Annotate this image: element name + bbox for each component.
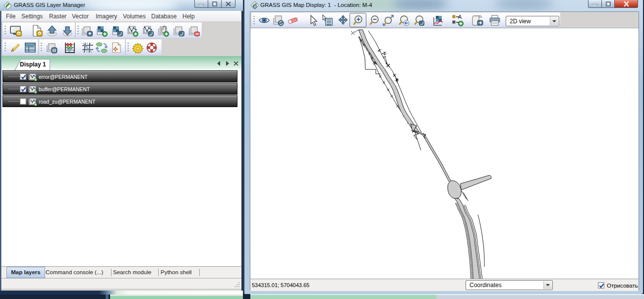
svg-text:A: A — [458, 14, 462, 20]
